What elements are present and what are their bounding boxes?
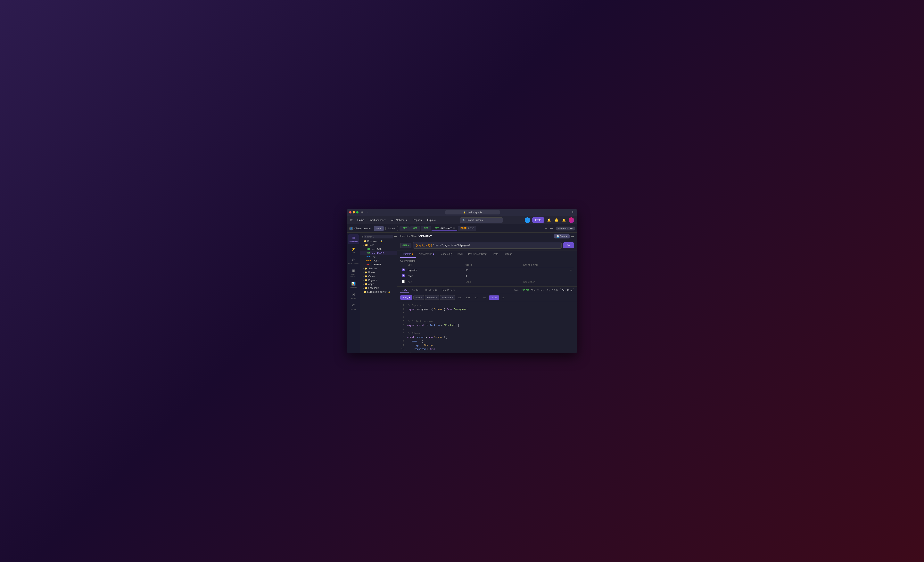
sidebar-item-mock-servers[interactable]: ▣ Mock Servers <box>348 267 359 279</box>
tree-more-button[interactable]: ••• <box>394 235 397 238</box>
tab-get-many[interactable]: GET GET-MANY ✕ <box>432 226 458 231</box>
download-icon[interactable]: ⬇ <box>571 210 575 215</box>
code-line: 7 <box>400 327 574 331</box>
text-button-3[interactable]: Text <box>472 296 480 299</box>
code-content: const schema = new Schema ({ <box>407 335 447 339</box>
tree-search-input[interactable] <box>364 235 393 238</box>
code-line: 8 // Schema <box>400 332 574 335</box>
code-line: 9 const schema = new Schema ({ <box>400 335 574 339</box>
add-tab-button[interactable]: + <box>544 226 548 231</box>
json-format-button[interactable]: JSON <box>489 296 499 300</box>
project-icon: 👤 <box>349 227 353 230</box>
notification-icon[interactable]: 🔔 <box>561 217 567 223</box>
format-raw-button[interactable]: Raw ▾ <box>413 295 424 300</box>
text-button-2[interactable]: Text <box>464 296 471 299</box>
tab-label: Body <box>402 288 407 291</box>
tree-item-put[interactable]: PUT PUT <box>360 255 397 259</box>
tab-params[interactable]: Params <box>400 251 416 258</box>
tab-label: Settings <box>504 253 512 256</box>
chevron-down-icon: ▾ <box>452 296 453 299</box>
tree-add-button[interactable]: + <box>362 235 363 238</box>
resp-tab-test-results[interactable]: Test Results <box>441 288 456 292</box>
bell-outline-icon[interactable]: 🔔 <box>554 217 559 223</box>
text-button-4[interactable]: Text <box>481 296 488 299</box>
close-tab-icon[interactable]: ✕ <box>453 227 455 230</box>
row-checkbox[interactable] <box>402 280 405 283</box>
tree-item-get-many[interactable]: GET GET-MANY <box>360 251 397 255</box>
search-box[interactable]: 🔍 Search Nuntius <box>460 217 503 223</box>
nav-workspaces[interactable]: Workspaces ▾ <box>367 217 388 223</box>
value-col-header: VALUE <box>464 263 522 268</box>
nav-api-network[interactable]: API Network ▾ <box>389 217 410 223</box>
format-visualize-button[interactable]: Visualize ▾ <box>440 295 455 300</box>
format-pretty-button[interactable]: Pretty ▾ <box>400 295 412 300</box>
tree-user-folder[interactable]: ▾ 📁 User <box>360 243 397 247</box>
nav-explore[interactable]: Explore <box>425 217 438 223</box>
url-input[interactable]: {{api_url}}/users?pagesize=50&page=9 <box>413 242 562 249</box>
tree-facebook-label: Facebook <box>368 287 379 289</box>
tab-pre-request[interactable]: Pre-request Script <box>465 251 490 258</box>
size-label: Size: 6.5KB <box>546 289 558 291</box>
table-row: pagesize 50 ••• <box>400 268 574 273</box>
close-button[interactable] <box>349 211 351 214</box>
sidebar-item-flows[interactable]: ⋈ Flows <box>348 291 359 301</box>
more-tabs-button[interactable]: ••• <box>549 226 555 231</box>
resp-tab-cookies[interactable]: Cookies <box>410 288 422 292</box>
sidebar-item-collections[interactable]: ⊞ Collections <box>348 234 359 244</box>
tree-seb-folder[interactable]: ▾ 📁 SEB mobile server 🔒 <box>360 290 397 294</box>
tree-item-delete[interactable]: DEL DELETE <box>360 263 397 266</box>
tree-apple-folder[interactable]: › 📁 Apple <box>360 282 397 286</box>
tab-post[interactable]: POST POST <box>458 226 476 231</box>
tab-headers[interactable]: Headers (9) <box>437 251 454 258</box>
more-options-button[interactable]: ••• <box>571 235 574 238</box>
checkbox-col-header <box>400 263 406 268</box>
tab-tests[interactable]: Tests <box>490 251 501 258</box>
back-button[interactable]: ‹ <box>366 210 370 214</box>
tree-root-folder[interactable]: ▾ 📁 Root folder 🔒 <box>360 239 397 243</box>
row-checkbox[interactable] <box>402 269 405 271</box>
format-preview-button[interactable]: Preview ▾ <box>425 295 439 300</box>
tab-body[interactable]: Body <box>455 251 465 258</box>
nav-reports[interactable]: Reports <box>411 217 424 223</box>
row-checkbox[interactable] <box>402 274 405 277</box>
save-button[interactable]: 💾 Save ▾ <box>554 234 570 238</box>
tree-facebook-folder[interactable]: › 📁 Facebook <box>360 286 397 290</box>
tab-settings[interactable]: Settings <box>501 251 515 258</box>
breadcrumb-current: GET-MANY <box>419 235 432 238</box>
tree-game-folder[interactable]: › 📁 Game <box>360 274 397 278</box>
save-response-button[interactable]: Save Resp <box>560 288 574 292</box>
tree-session-folder[interactable]: › 📁 Session <box>360 266 397 271</box>
tab-get-2[interactable]: GET <box>410 226 420 231</box>
tree-payment-folder[interactable]: › 📁 Payment <box>360 278 397 282</box>
url-variable: {{api_url}} <box>416 244 432 247</box>
avatar[interactable] <box>568 217 574 223</box>
send-button[interactable]: Se <box>563 242 574 248</box>
minimize-button[interactable] <box>352 211 355 214</box>
text-button-1[interactable]: Text <box>456 296 463 299</box>
sidebar-item-environments[interactable]: ⊙ Environments <box>348 256 359 266</box>
sidebar-item-monitors[interactable]: 📊 Monitors <box>348 280 359 290</box>
maximize-button[interactable] <box>356 211 358 214</box>
method-value: GET <box>402 244 407 247</box>
method-badge: PUT <box>366 256 371 258</box>
sidebar-item-apis[interactable]: ⚡ APIs <box>348 245 359 255</box>
sidebar-toggle[interactable]: ⊞ <box>360 210 365 214</box>
forward-button[interactable]: › <box>371 210 375 214</box>
invite-button[interactable]: Invite <box>532 217 544 223</box>
copy-icon[interactable]: ⧉ <box>500 295 506 300</box>
tab-authorization[interactable]: Authorization <box>416 251 437 258</box>
row-more-icon[interactable]: ••• <box>570 269 573 272</box>
tree-player-folder[interactable]: › 📁 Player <box>360 271 397 274</box>
sidebar-item-history[interactable]: ↺ History <box>348 302 359 312</box>
bell-icon[interactable]: 🔔 <box>546 217 552 223</box>
tab-get-3[interactable]: GET <box>421 226 431 231</box>
nav-home[interactable]: Home <box>355 217 366 223</box>
tree-item-post[interactable]: POST POST <box>360 259 397 263</box>
new-button[interactable]: New <box>374 226 384 231</box>
import-button[interactable]: Import <box>386 226 398 231</box>
resp-tab-headers[interactable]: Headers (8) <box>423 288 439 292</box>
method-selector[interactable]: GET ▾ <box>400 243 411 248</box>
tree-item-get-one[interactable]: GET GET-ONE <box>360 247 397 251</box>
resp-tab-body[interactable]: Body <box>400 288 409 293</box>
tab-get-1[interactable]: GET <box>399 226 410 231</box>
